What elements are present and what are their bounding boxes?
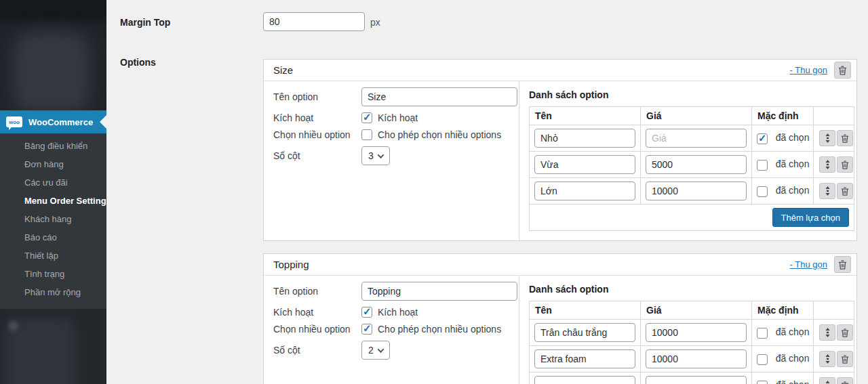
columns-row: Số cột 2 [273,341,519,360]
option-value-price-input[interactable] [646,376,747,384]
panel-title: Topping [273,259,790,270]
woocommerce-icon: woo [6,116,22,127]
delete-row-button[interactable] [837,324,853,341]
trash-icon [841,134,849,143]
move-row-button[interactable] [819,377,835,384]
table-row: đã chọn [530,152,854,178]
columns-select[interactable]: 2 [361,341,390,360]
option-value-name-input[interactable] [534,349,635,368]
default-checkbox-label: đã chọn [776,132,810,143]
multi-select-label: Chọn nhiều option [273,129,361,140]
delete-panel-button[interactable] [834,256,851,273]
sidebar-item-settings[interactable]: Thiết lập [0,247,106,265]
option-name-input[interactable] [361,87,517,106]
multi-select-checkbox-label: Cho phép chọn nhiều options [378,129,501,140]
sidebar-item-customers[interactable]: Khách hàng [0,210,106,228]
collapse-link[interactable]: - Thu gọn [790,259,827,270]
options-label: Options [120,52,263,384]
sidebar-item-woocommerce[interactable]: woo WooCommerce [0,110,106,133]
multi-select-checkbox[interactable] [361,324,372,335]
move-row-button[interactable] [819,351,835,367]
delete-row-button[interactable] [837,130,853,146]
default-checkbox[interactable] [757,328,768,339]
sidebar-item-menu-order-setting[interactable]: Menu Order Setting [0,192,106,210]
collapse-link[interactable]: - Thu gọn [790,65,827,75]
option-value-name-input[interactable] [534,129,635,148]
panel-title: Size [273,64,790,76]
add-option-button[interactable]: Thêm lựa chọn [772,208,849,227]
panel-header: Topping - Thu gọn [264,254,856,276]
delete-row-button[interactable] [837,183,853,199]
default-checkbox[interactable] [757,354,768,365]
option-list-heading: Danh sách option [529,89,854,100]
woocommerce-submenu: Bảng điều khiển Đơn hàng Các ưu đãi Menu… [0,133,106,309]
admin-sidebar: woo WooCommerce Bảng điều khiển Đơn hàng… [0,0,106,384]
option-list-heading: Danh sách option [529,284,854,295]
option-table: Tên Giá Mặc định đã chọn [529,301,854,384]
sidebar-item-reports[interactable]: Báo cáo [0,228,106,247]
delete-row-button[interactable] [837,156,853,173]
option-name-input[interactable] [361,282,517,301]
panel-settings: Tên option Kích hoạt Kích hoạt Chọn nhiề… [264,276,519,384]
move-row-button[interactable] [819,183,835,199]
move-vertical-icon [825,328,831,337]
columns-label: Số cột [273,345,361,356]
column-header-price: Giá [641,107,752,125]
trash-icon [841,355,849,364]
option-list: Danh sách option Tên Giá Mặc định [519,81,859,240]
activate-checkbox-label: Kích hoạt [378,112,418,123]
option-value-name-input[interactable] [534,182,635,200]
sidebar-item-orders[interactable]: Đơn hàng [0,155,106,173]
settings-page: Margin Top px Options Size - Thu gọn [106,0,868,384]
delete-row-button[interactable] [837,377,853,384]
table-row: đã chọn [530,372,854,384]
option-value-price-input[interactable] [646,323,747,342]
option-value-name-input[interactable] [534,155,635,174]
option-value-price-input[interactable] [646,349,747,368]
columns-select[interactable]: 3 [361,146,390,165]
option-panel-topping: Topping - Thu gọn Tên option [263,253,857,384]
margin-top-row: Margin Top px [120,12,868,31]
multi-select-checkbox[interactable] [361,129,372,140]
sidebar-item-dashboard[interactable]: Bảng điều khiển [0,137,106,155]
column-header-default: Mặc định [752,301,814,320]
trash-icon [841,381,849,384]
option-value-price-input[interactable] [646,182,747,200]
column-header-actions [814,107,854,125]
delete-panel-button[interactable] [834,62,851,79]
options-row: Options Size - Thu gọn [120,52,868,384]
option-name-label: Tên option [273,91,361,102]
option-value-price-input[interactable] [646,155,747,174]
default-checkbox[interactable] [757,186,768,197]
delete-row-button[interactable] [837,351,853,367]
sidebar-item-status[interactable]: Tình trạng [0,265,106,283]
table-header-row: Tên Giá Mặc định [530,301,854,320]
column-header-price: Giá [641,301,752,320]
column-header-name: Tên [530,107,641,125]
activate-checkbox[interactable] [361,112,372,123]
default-checkbox[interactable] [757,160,768,171]
move-vertical-icon [825,354,831,364]
default-checkbox-label: đã chọn [776,326,810,337]
option-value-price-input[interactable] [646,129,747,148]
move-row-button[interactable] [819,156,835,173]
option-value-name-input[interactable] [534,323,635,342]
woocommerce-label: WooCommerce [28,117,93,127]
panel-body: Tên option Kích hoạt Kích hoạt Chọn nhiề… [264,276,856,384]
activate-checkbox[interactable] [361,307,372,318]
default-checkbox-label: đã chọn [776,379,810,384]
default-checkbox[interactable] [757,381,768,384]
option-value-name-input[interactable] [534,376,635,384]
move-row-button[interactable] [819,324,835,341]
trash-icon [841,161,849,169]
sidebar-item-coupons[interactable]: Các ưu đãi [0,173,106,192]
column-header-default: Mặc định [752,107,814,125]
panel-body: Tên option Kích hoạt Kích hoạt Chọn nhiề… [264,81,856,240]
trash-icon [838,260,847,270]
default-checkbox-label: đã chọn [776,158,810,169]
multi-select-row: Chọn nhiều option Cho phép chọn nhiều op… [273,129,519,140]
move-row-button[interactable] [819,130,835,146]
sidebar-item-extensions[interactable]: Phần mở rộng [0,283,106,301]
default-checkbox[interactable] [757,133,768,144]
margin-top-input[interactable] [263,12,365,31]
